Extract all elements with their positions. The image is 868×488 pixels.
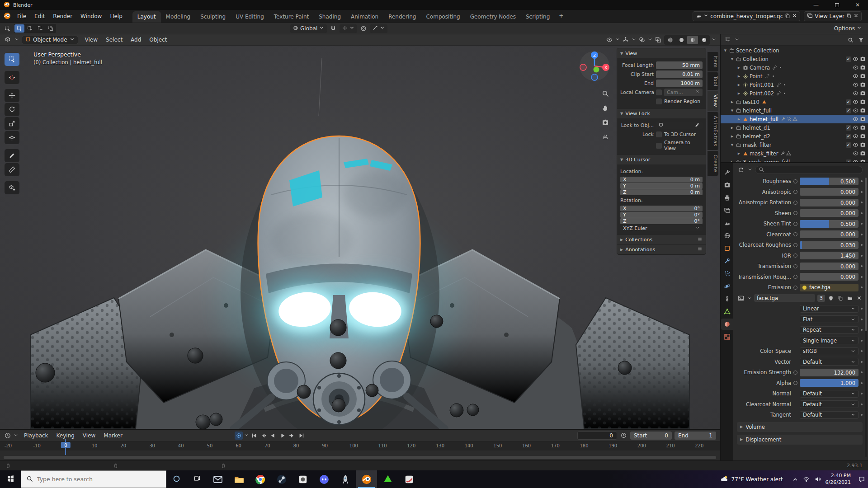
taskbar-app-mail[interactable]	[207, 470, 228, 488]
hide-in-viewport-toggle[interactable]	[853, 82, 859, 88]
tool-transform-button[interactable]	[5, 131, 19, 144]
expand-arrow-icon[interactable]: ▶	[736, 152, 742, 155]
play-button[interactable]	[278, 432, 287, 440]
decorator-icon[interactable]	[861, 180, 863, 182]
decorator-icon[interactable]	[861, 414, 863, 416]
decorator-icon[interactable]	[861, 212, 863, 214]
expand-arrow-icon[interactable]: ▶	[736, 83, 742, 87]
select-set-button[interactable]	[14, 24, 24, 33]
disable-in-renders-toggle[interactable]	[860, 142, 866, 148]
decorator-icon[interactable]	[861, 393, 863, 394]
hidden-icons-button[interactable]	[792, 476, 798, 483]
decorator-icon[interactable]	[861, 361, 863, 363]
property-slider[interactable]: 0.000	[800, 263, 859, 270]
animate-property-icon[interactable]	[793, 201, 797, 205]
outliner-row-helmet-full[interactable]: ▶helmet_full	[721, 115, 868, 123]
properties-tab-material[interactable]	[721, 319, 733, 330]
tool-cursor-button[interactable]	[5, 71, 19, 84]
workspace-tab-texture-paint[interactable]: Texture Paint	[269, 11, 314, 23]
outliner-row-test10[interactable]: ▶test10✓	[721, 98, 868, 106]
property-slider[interactable]: 0.000	[800, 273, 859, 281]
folder-icon[interactable]	[846, 295, 854, 302]
taskbar-app-file-explorer[interactable]	[228, 470, 250, 488]
properties-tab-view-layer[interactable]	[721, 205, 733, 216]
decorator-icon[interactable]	[861, 234, 863, 235]
outliner-row-collection[interactable]: ▼Collection✓	[721, 55, 868, 63]
taskbar-clock[interactable]: 2:40 PM 6/26/2021	[826, 473, 851, 486]
x-icon[interactable]	[856, 295, 863, 301]
new-view-layer-icon[interactable]	[846, 13, 852, 20]
pan-view-icon[interactable]	[601, 103, 610, 113]
properties-tab-constraints[interactable]	[721, 293, 733, 305]
decorator-icon[interactable]	[861, 350, 863, 352]
properties-editor-icon[interactable]	[737, 166, 745, 174]
disable-in-renders-toggle[interactable]	[860, 99, 866, 105]
cursor-rotation-y[interactable]: Y0°	[620, 212, 703, 218]
hide-in-viewport-toggle[interactable]	[853, 116, 859, 122]
disable-in-renders-toggle[interactable]	[860, 73, 866, 79]
snap-toggle[interactable]	[329, 24, 337, 33]
wrench-icon[interactable]	[781, 117, 786, 122]
outliner-row-point[interactable]: ▶Point	[721, 72, 868, 80]
animate-property-icon[interactable]	[793, 211, 797, 215]
timeline-menu-playback[interactable]: Playback	[20, 431, 52, 440]
focal-length-field[interactable]: 50 mm	[656, 61, 703, 69]
animate-property-icon[interactable]	[793, 381, 797, 385]
decorator-icon[interactable]	[861, 329, 863, 331]
shading-material-button[interactable]	[687, 36, 698, 44]
taskbar-app-steam[interactable]	[271, 470, 292, 488]
animate-property-icon[interactable]	[793, 286, 797, 290]
expand-arrow-icon[interactable]: ▶	[736, 92, 742, 95]
hide-in-viewport-toggle[interactable]	[853, 142, 859, 148]
panel-header-annotations[interactable]: ▶ Annotations	[617, 244, 706, 254]
properties-tab-modifiers[interactable]	[721, 255, 733, 267]
workspace-tab-uv-editing[interactable]: UV Editing	[231, 11, 269, 23]
workspace-tab-animation[interactable]: Animation	[346, 11, 383, 23]
panel-header-displacement[interactable]: ▶Displacement	[737, 435, 863, 445]
particles-icon[interactable]	[787, 117, 792, 122]
unlink-scene-icon[interactable]	[792, 13, 797, 19]
data-tri-icon[interactable]	[786, 151, 791, 156]
taskbar-app-blender[interactable]	[356, 470, 377, 488]
expand-arrow-icon[interactable]: ▶	[729, 135, 735, 138]
property-slider[interactable]: 0.000	[800, 188, 859, 196]
outliner-row-point-002[interactable]: ▶Point.002	[721, 89, 868, 98]
properties-tab-output[interactable]	[721, 192, 733, 203]
outliner-row-3-neck-armor-full[interactable]: ▶3_neck_armor_full✓	[721, 158, 868, 162]
dot-icon[interactable]	[782, 91, 787, 96]
cursor-rotation-x[interactable]: X0°	[620, 206, 703, 211]
decorator-icon[interactable]	[861, 191, 863, 193]
select-intersect-button[interactable]	[46, 24, 56, 33]
taskbar-app-discord[interactable]	[313, 470, 335, 488]
n-panel-tab-item[interactable]: Item	[708, 52, 718, 71]
dropdown-repeat[interactable]: Repeat	[800, 326, 859, 334]
shading-solid-button[interactable]	[676, 36, 687, 44]
collection-exclude-checkbox[interactable]: ✓	[846, 160, 851, 163]
properties-scrollbar[interactable]	[865, 178, 867, 457]
property-slider[interactable]: 0.030	[800, 241, 859, 249]
expand-arrow-icon[interactable]: ▶	[736, 66, 742, 70]
menu-edit[interactable]: Edit	[30, 12, 49, 21]
task-view-button[interactable]	[187, 470, 207, 488]
weather-widget[interactable]: 77°F Weather alert	[716, 470, 788, 488]
wrench-icon[interactable]	[780, 151, 785, 156]
animate-property-icon[interactable]	[793, 253, 797, 258]
outliner-row-helmet-d2[interactable]: ▶helmet_d2✓	[721, 132, 868, 141]
animate-property-icon[interactable]	[793, 190, 797, 194]
hide-in-viewport-toggle[interactable]	[853, 56, 859, 62]
taskbar-app-capture[interactable]	[292, 470, 313, 488]
cortana-button[interactable]	[166, 470, 187, 488]
editor-type-icon[interactable]	[4, 36, 12, 44]
panel-header-volume[interactable]: ▶Volume	[737, 422, 863, 432]
dot-icon[interactable]	[778, 65, 783, 70]
properties-tab-tool[interactable]	[721, 167, 733, 178]
collection-exclude-checkbox[interactable]: ✓	[846, 56, 851, 62]
hide-in-viewport-toggle[interactable]	[853, 99, 859, 105]
hide-in-viewport-toggle[interactable]	[853, 159, 859, 162]
gizmo-z-label[interactable]: Z	[593, 53, 596, 58]
decorator-icon[interactable]	[861, 319, 863, 320]
clip-start-field[interactable]: 0.01 m	[656, 70, 703, 78]
cursor-location-z[interactable]: Z0 m	[620, 189, 703, 195]
property-slider[interactable]: 0.000	[800, 230, 859, 238]
property-slider[interactable]: 1.450	[800, 252, 859, 259]
